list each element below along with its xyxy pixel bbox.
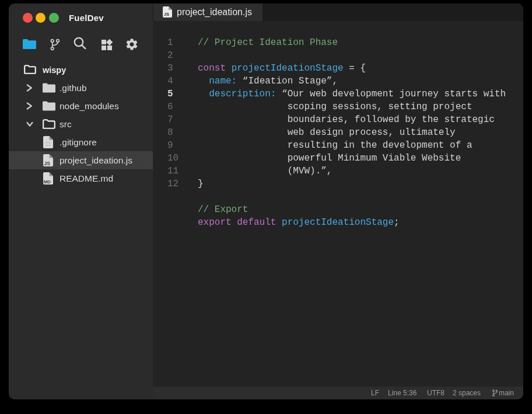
svg-text:JS: JS [44,161,50,166]
svg-text:JS: JS [164,12,169,17]
svg-text:MD: MD [44,179,51,185]
